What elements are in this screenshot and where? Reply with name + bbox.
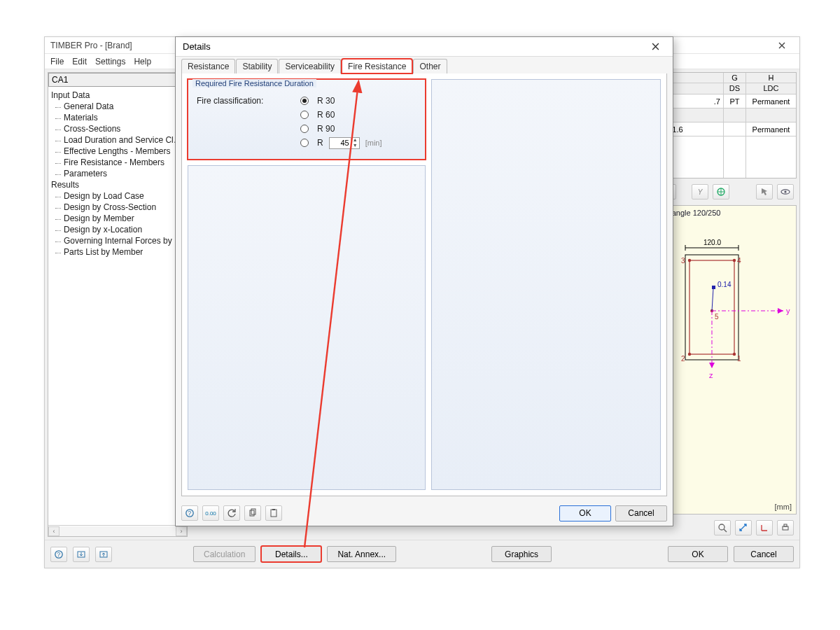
y-axis-icon[interactable]: Y [692,184,708,200]
svg-rect-38 [250,510,254,516]
svg-text:?: ? [188,510,191,517]
svg-text:5: 5 [715,313,719,321]
svg-text:1: 1 [737,355,741,363]
custom-minutes-input[interactable] [330,139,351,147]
fire-duration-group: Required Fire Resistance Duration Fire c… [188,79,426,160]
tree-fire-resistance-members[interactable]: Fire Resistance - Members [48,157,187,168]
dialog-cancel-button[interactable]: Cancel [615,505,667,522]
calculation-button[interactable]: Calculation [193,546,255,562]
svg-point-28 [719,524,724,530]
nat-annex-button[interactable]: Nat. Annex... [327,546,396,562]
export-icon[interactable] [95,547,112,562]
svg-text:0.14: 0.14 [718,281,732,288]
main-bottom-bar: ? Calculation Details... Nat. Annex... G… [45,540,799,568]
tab-resistance[interactable]: Resistance [181,59,235,74]
svg-rect-19 [712,286,715,289]
fire-classification-label: Fire classification: [197,96,295,106]
zoom-icon[interactable] [714,520,731,536]
tree-general-data[interactable]: General Data [48,101,187,112]
svg-point-13 [688,353,691,356]
dimension-icon[interactable] [735,520,752,536]
tree-input-data[interactable]: Input Data [48,90,187,101]
tree-parameters[interactable]: Parameters [48,168,187,179]
radio-custom[interactable] [300,139,309,147]
axes-icon[interactable] [756,520,773,536]
dialog-ok-button[interactable]: OK [559,505,611,522]
dialog-help-icon[interactable]: ? [181,505,198,521]
svg-rect-40 [271,510,276,517]
tree-effective-lengths[interactable]: Effective Lengths - Members [48,146,187,157]
svg-text:z: z [709,371,713,379]
dialog-footer: ? 0.00 OK Cancel [176,500,673,526]
section-preview: ectangle 120/250 120.0 3 4 2 1 5 0.14 [657,205,797,514]
globe-icon[interactable] [713,184,729,200]
dialog-titlebar: Details [176,37,673,57]
grid-col-g: G [724,73,746,83]
preview-unit: [mm] [775,503,792,511]
import-icon[interactable] [73,547,90,562]
close-icon[interactable] [770,38,794,53]
sidebar: CA1 Input Data General Data Materials Cr… [48,72,188,537]
dialog-copy-icon[interactable] [244,505,261,521]
case-selector[interactable]: CA1 [48,73,187,87]
help-icon[interactable]: ? [50,547,67,562]
dialog-units-icon[interactable]: 0.00 [202,505,219,521]
tree-design-load-case[interactable]: Design by Load Case [48,190,187,202]
tab-other[interactable]: Other [413,59,447,74]
grid-col-h: H [746,73,796,83]
menu-edit[interactable]: Edit [72,57,87,66]
dialog-reset-icon[interactable] [223,505,240,521]
svg-marker-26 [709,363,715,368]
app-title: TIMBER Pro - [Brand] [50,41,132,50]
grid-r1-h: Permanent [746,94,796,108]
custom-minutes-stepper[interactable]: ▲▼ [329,137,360,149]
radio-r90[interactable] [300,125,309,133]
tab-fire-resistance[interactable]: Fire Resistance [342,59,412,74]
dialog-title: Details [183,41,211,52]
details-button[interactable]: Details... [261,546,321,562]
custom-minutes-unit: [min] [365,139,382,147]
nav-tree[interactable]: Input Data General Data Materials Cross-… [48,87,187,525]
graphics-button[interactable]: Graphics [491,546,552,562]
dialog-close-icon[interactable] [645,38,666,55]
menu-settings[interactable]: Settings [95,57,125,66]
tree-design-cross-section[interactable]: Design by Cross-Section [48,202,187,213]
tab-serviceability[interactable]: Serviceability [279,59,341,74]
svg-marker-23 [778,308,783,314]
radio-r60-label: R 60 [317,110,335,120]
print-icon[interactable] [777,520,794,536]
svg-point-11 [733,259,736,262]
radio-r30-label: R 30 [317,96,335,106]
tab-stability[interactable]: Stability [236,59,278,74]
menu-file[interactable]: File [50,57,64,66]
svg-point-2 [784,190,786,192]
tree-load-duration[interactable]: Load Duration and Service Class [48,134,187,146]
dialog-paste-icon[interactable] [265,505,282,521]
radio-r60[interactable] [300,111,309,119]
svg-line-29 [724,529,727,532]
tree-design-member[interactable]: Design by Member [48,213,187,224]
radio-custom-label: R [317,138,323,148]
tree-parts-list[interactable]: Parts List by Member [48,246,187,258]
dialog-left-empty-group [188,165,426,490]
menu-help[interactable]: Help [134,57,151,66]
svg-text:120.0: 120.0 [704,239,721,246]
main-ok-button[interactable]: OK [668,546,728,562]
tree-governing-forces[interactable]: Governing Internal Forces by Member [48,235,187,246]
svg-line-20 [712,288,713,311]
tree-results[interactable]: Results [48,179,187,190]
radio-r90-label: R 90 [317,124,335,134]
tree-materials[interactable]: Materials [48,112,187,123]
svg-text:2: 2 [681,355,685,363]
eye-icon[interactable] [777,184,794,200]
tree-design-x-location[interactable]: Design by x-Location [48,224,187,235]
grid-sub-ldc: LDC [746,83,796,94]
grid-toolbar: Y [657,183,797,201]
radio-r30[interactable] [300,97,309,105]
tree-cross-sections[interactable]: Cross-Sections [48,123,187,134]
details-dialog: Details Resistance Stability Serviceabil… [175,36,673,526]
main-cancel-button[interactable]: Cancel [734,546,794,562]
tree-hscroll[interactable]: ‹› [48,525,187,536]
svg-text:y: y [786,307,790,315]
pointer-icon[interactable] [756,184,773,200]
